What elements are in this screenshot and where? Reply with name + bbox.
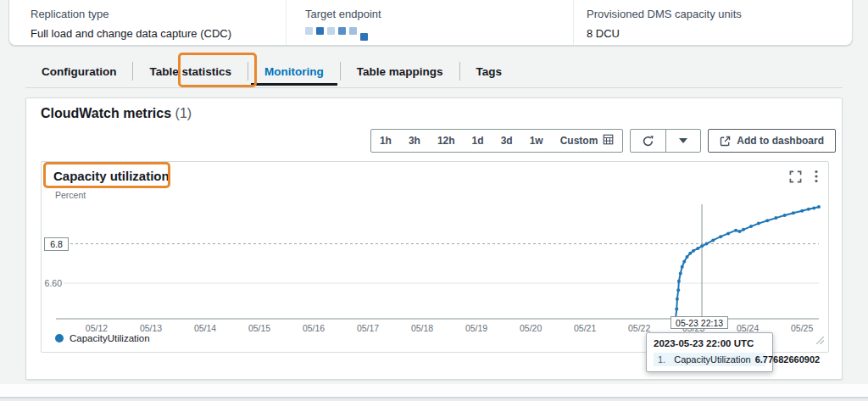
add-to-dashboard-label: Add to dashboard [737,135,824,147]
chart-card-actions [789,170,818,183]
metrics-toolbar: 1h3h12h1d3d1w Custom Add to dashboard [370,129,836,153]
field-label: Target endpoint [305,8,573,20]
x-axis-tick-label: 05/25 [791,323,813,333]
field-label: Provisioned DMS capacity units [587,8,852,20]
redaction-block [338,27,346,35]
metrics-count: (1) [175,106,192,120]
range-button-1d[interactable]: 1d [464,130,492,152]
tooltip-row-index: 1. [658,354,665,365]
tooltip-series-name: CapacityUtilization [674,354,750,365]
refresh-split-button [630,129,701,153]
summary-column: Replication typeFull load and change dat… [9,0,286,45]
field-value: 8 DCU [587,27,852,40]
x-axis-tick-label: 05/18 [411,323,433,333]
redacted-value [305,27,573,41]
tab-label: Table statistics [149,65,231,78]
tab-table-mappings[interactable]: Table mappings [341,59,459,83]
x-axis-tick-label: 05/14 [194,323,216,333]
y-axis-tick-label: 6.60 [42,278,62,288]
time-range-group: 1h3h12h1d3d1w Custom [370,129,623,153]
legend-item-capacityutilization[interactable]: CapacityUtilization [55,333,150,343]
range-button-1w[interactable]: 1w [521,130,552,152]
range-button-1h[interactable]: 1h [371,130,400,152]
range-button-3h[interactable]: 3h [400,130,429,152]
refresh-button[interactable] [631,130,665,152]
custom-range-label: Custom [560,135,598,147]
resize-handle[interactable] [816,332,824,348]
redaction-block [327,27,335,35]
tab-table-statistics[interactable]: Table statistics [133,59,248,83]
metrics-title-text: CloudWatch metrics [41,106,171,120]
metrics-section-title: CloudWatch metrics (1) [41,106,192,121]
y-axis-unit-label: Percent [55,190,86,200]
summary-column: Provisioned DMS capacity units8 DCU [573,0,852,45]
kebab-menu-icon[interactable] [815,170,818,183]
refresh-icon [642,135,654,148]
summary-card: Replication typeFull load and change dat… [8,0,853,46]
x-axis-tick-label: 05/12 [86,323,108,333]
field-value: Full load and change data capture (CDC) [31,27,286,40]
caret-down-icon [679,138,687,143]
calendar-icon [603,134,614,148]
chart-title: Capacity utilization [53,169,170,183]
legend-color-dot [55,334,64,343]
add-to-dashboard-button[interactable]: Add to dashboard [708,129,836,153]
x-axis-tick-label: 05/21 [574,323,596,333]
expand-icon[interactable] [789,170,802,183]
summary-column: Target endpoint [286,0,573,45]
tab-bar: ConfigurationTable statisticsMonitoringT… [25,59,518,83]
capacity-utilization-chart-card: Capacity utilization Percent 6.60 6.8 05… [41,161,829,353]
range-button-12h[interactable]: 12h [429,130,464,152]
custom-range-button[interactable]: Custom [552,130,623,152]
tab-label: Monitoring [264,65,324,78]
redaction-block [316,27,324,35]
redaction-block [305,27,313,35]
tabs-divider-rule [25,87,843,88]
tooltip-timestamp: 2023-05-23 22:00 UTC [654,338,765,348]
tooltip-series-value: 6.77682660902 [755,354,820,365]
summary-columns: Replication typeFull load and change dat… [9,0,852,45]
tab-configuration[interactable]: Configuration [25,59,132,83]
tab-label: Table mappings [357,65,443,78]
legend-label: CapacityUtilization [70,333,150,343]
tab-monitoring[interactable]: Monitoring [248,59,340,83]
tab-label: Tags [476,65,503,78]
field-label: Replication type [31,8,286,20]
redaction-block [349,27,357,35]
chart-tooltip: 2023-05-23 22:00 UTC 1. CapacityUtilizat… [646,332,773,372]
x-axis-tick-label: 05/20 [520,323,542,333]
x-axis-tick-label: 05/15 [248,323,270,333]
bottom-chrome-strip [0,384,868,397]
redaction-block [360,33,368,41]
tab-tags[interactable]: Tags [460,59,519,83]
external-link-icon [720,136,731,147]
x-axis-tick-label: 05/13 [140,323,162,333]
x-axis-tick-label: 05/19 [465,323,487,333]
x-axis-tick-label: 05/16 [303,323,325,333]
x-axis-tick-label: 05/17 [357,323,379,333]
hover-y-value-box: 6.8 [44,237,69,251]
tooltip-series-row: 1. CapacityUtilization 6.77682660902 [654,353,765,366]
tab-label: Configuration [42,65,116,78]
range-button-3d[interactable]: 3d [492,130,521,152]
refresh-options-button[interactable] [665,130,700,152]
hover-x-value-box: 05-23 22:13 [670,316,728,329]
page: Replication typeFull load and change dat… [0,0,868,401]
